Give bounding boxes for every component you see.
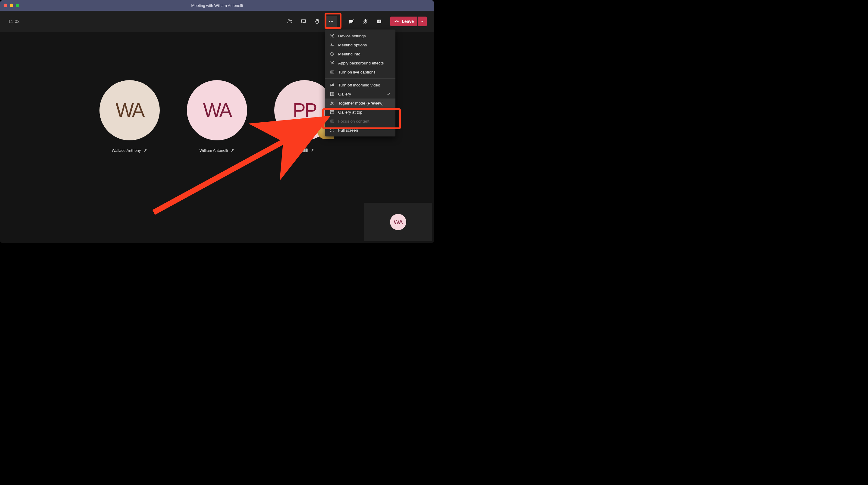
menu-item-gallery-at-top[interactable]: Gallery at top bbox=[325, 107, 396, 117]
participant-name: Wallace Anthony bbox=[112, 148, 141, 153]
share-icon bbox=[376, 19, 382, 24]
svg-point-2 bbox=[330, 21, 330, 22]
svg-point-36 bbox=[333, 102, 333, 103]
menu-item-label: Apply background effects bbox=[338, 61, 384, 65]
meeting-timer: 11:02 bbox=[8, 19, 20, 24]
sparkle-icon bbox=[330, 61, 335, 65]
titlebar: Meeting with William Antonelli bbox=[0, 0, 434, 11]
svg-point-25 bbox=[331, 62, 331, 62]
menu-item-label: Full screen bbox=[338, 128, 358, 133]
svg-rect-39 bbox=[331, 112, 334, 114]
close-window-button[interactable] bbox=[4, 4, 7, 7]
mic-muted-icon bbox=[230, 149, 235, 153]
window-controls bbox=[4, 4, 19, 7]
avatar: WA bbox=[390, 214, 406, 230]
menu-item-label: Meeting info bbox=[338, 52, 361, 56]
zoom-window-button[interactable] bbox=[16, 4, 19, 7]
more-actions-button[interactable] bbox=[326, 16, 337, 27]
participant-name-redacted bbox=[294, 149, 308, 152]
more-actions-menu: Device settings Meeting options Meeting … bbox=[325, 30, 396, 136]
svg-rect-41 bbox=[331, 121, 333, 122]
svg-rect-32 bbox=[333, 93, 334, 94]
video-off-icon bbox=[330, 83, 335, 87]
participant-tile[interactable]: WA Wallace Anthony bbox=[99, 80, 160, 153]
menu-item-label: Gallery bbox=[338, 92, 351, 96]
cc-icon bbox=[330, 70, 335, 74]
participant-name-row: Wallace Anthony bbox=[112, 148, 147, 153]
svg-rect-40 bbox=[331, 120, 334, 122]
avatar-initials: PP bbox=[293, 99, 316, 121]
app-window: Meeting with William Antonelli 11:02 bbox=[0, 0, 434, 243]
share-screen-button[interactable] bbox=[373, 16, 385, 27]
participants-button[interactable] bbox=[284, 16, 296, 27]
window-title: Meeting with William Antonelli bbox=[0, 3, 434, 8]
menu-item-label: Focus on content bbox=[338, 119, 370, 124]
mic-toggle-button[interactable] bbox=[360, 16, 371, 27]
svg-point-37 bbox=[332, 103, 333, 104]
svg-point-24 bbox=[332, 62, 333, 63]
menu-item-together-mode[interactable]: Together mode (Preview) bbox=[325, 98, 396, 107]
svg-point-0 bbox=[288, 20, 290, 21]
menu-item-gallery[interactable]: Gallery bbox=[325, 90, 396, 98]
svg-rect-28 bbox=[330, 71, 334, 73]
info-icon bbox=[330, 52, 335, 56]
minimize-window-button[interactable] bbox=[10, 4, 13, 7]
menu-item-meeting-info[interactable]: Meeting info bbox=[325, 50, 396, 59]
svg-point-16 bbox=[332, 35, 333, 36]
svg-point-26 bbox=[333, 61, 334, 62]
ellipsis-icon bbox=[328, 19, 334, 24]
self-view[interactable]: WA bbox=[364, 203, 432, 241]
menu-item-meeting-options[interactable]: Meeting options bbox=[325, 40, 396, 50]
menu-item-focus-on-content: Focus on content bbox=[325, 117, 396, 126]
grid-icon bbox=[330, 92, 335, 96]
svg-point-20 bbox=[333, 45, 333, 46]
svg-point-1 bbox=[290, 20, 291, 22]
leave-button[interactable]: Leave bbox=[390, 17, 417, 26]
mic-muted-icon bbox=[143, 149, 147, 153]
gear-icon bbox=[330, 33, 335, 38]
menu-item-label: Gallery at top bbox=[338, 110, 362, 115]
menu-item-label: Turn off incoming video bbox=[338, 83, 380, 87]
chevron-down-icon bbox=[420, 19, 424, 24]
people-icon bbox=[330, 101, 335, 105]
avatar-initials: WA bbox=[394, 219, 402, 226]
mic-off-icon bbox=[362, 19, 368, 24]
participant-tile[interactable]: WA William Antonelli bbox=[187, 80, 247, 153]
leave-button-label: Leave bbox=[402, 19, 414, 24]
raise-hand-button[interactable] bbox=[312, 16, 323, 27]
avatar-initials: WA bbox=[203, 99, 231, 121]
menu-item-label: Meeting options bbox=[338, 43, 367, 47]
svg-point-18 bbox=[331, 44, 332, 44]
svg-rect-31 bbox=[331, 93, 332, 94]
menu-item-device-settings[interactable]: Device settings bbox=[325, 31, 396, 40]
people-icon bbox=[287, 19, 293, 24]
svg-point-27 bbox=[334, 63, 334, 64]
participant-name-row: William Antonelli bbox=[199, 148, 235, 153]
svg-point-3 bbox=[331, 21, 332, 22]
mic-muted-icon bbox=[310, 148, 314, 153]
svg-rect-34 bbox=[333, 94, 334, 96]
menu-item-label: Together mode (Preview) bbox=[338, 101, 384, 105]
gallery-top-icon bbox=[330, 110, 335, 115]
sliders-icon bbox=[330, 42, 335, 47]
menu-item-live-captions[interactable]: Turn on live captions bbox=[325, 67, 396, 76]
camera-toggle-button[interactable] bbox=[346, 16, 357, 27]
avatar: WA bbox=[99, 80, 160, 140]
avatar-initials: WA bbox=[116, 99, 144, 121]
menu-item-full-screen[interactable]: Full screen bbox=[325, 126, 396, 135]
chat-icon bbox=[301, 19, 307, 24]
svg-point-35 bbox=[331, 102, 332, 103]
chat-button[interactable] bbox=[298, 16, 309, 27]
meeting-toolbar: 11:02 bbox=[0, 11, 434, 32]
hang-up-icon bbox=[394, 19, 399, 24]
avatar: WA bbox=[187, 80, 247, 140]
menu-item-background-effects[interactable]: Apply background effects bbox=[325, 59, 396, 67]
leave-options-button[interactable] bbox=[418, 17, 427, 26]
checkmark-icon bbox=[386, 92, 391, 96]
focus-icon bbox=[330, 119, 335, 124]
svg-point-4 bbox=[333, 21, 333, 22]
participant-name-row bbox=[294, 148, 314, 153]
menu-item-turn-off-incoming-video[interactable]: Turn off incoming video bbox=[325, 80, 396, 90]
raise-hand-icon bbox=[314, 19, 320, 24]
camera-off-icon bbox=[348, 19, 354, 24]
